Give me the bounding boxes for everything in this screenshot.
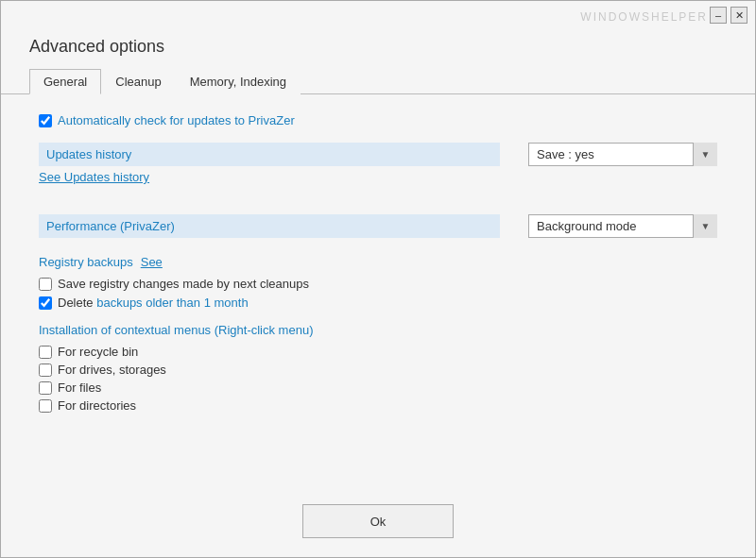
install-recycle-row: For recycle bin [39,345,717,359]
performance-label: Performance (PrivaZer) [39,214,500,238]
registry-save-checkbox[interactable] [39,278,52,291]
updates-history-dropdown[interactable]: Save : yes Save : no [528,143,717,166]
registry-title: Registry backups [39,255,133,269]
auto-check-row: Automatically check for updates to Priva… [39,113,717,127]
content-area: Automatically check for updates to Priva… [1,94,755,491]
ok-button[interactable]: Ok [302,504,454,538]
tab-cleanup[interactable]: Cleanup [101,69,175,94]
registry-see-link[interactable]: See [141,255,163,269]
performance-dropdown-wrapper: Background mode Normal mode High perform… [528,214,717,238]
registry-delete-row: Delete backups older than 1 month [39,296,717,310]
install-directories-label: For directories [58,398,136,413]
minimize-button[interactable]: – [710,7,727,24]
tab-memory-indexing[interactable]: Memory, Indexing [176,69,301,94]
title-bar-buttons: – ✕ [710,7,747,24]
install-recycle-checkbox[interactable] [39,346,52,359]
installation-title: Installation of contextual menus (Right-… [39,323,717,337]
footer: Ok [1,491,755,557]
install-files-row: For files [39,380,717,395]
tab-general[interactable]: General [29,69,101,94]
install-files-checkbox[interactable] [39,381,52,395]
registry-header: Registry backups See [39,255,717,269]
registry-backups-section: Registry backups See Save registry chang… [39,255,717,310]
install-drives-row: For drives, storages [39,363,717,377]
install-files-label: For files [58,380,101,395]
see-updates-link[interactable]: See Updates history [39,170,149,184]
registry-delete-label: Delete backups older than 1 month [58,296,249,310]
installation-section: Installation of contextual menus (Right-… [39,323,717,413]
performance-row: Performance (PrivaZer) Background mode N… [39,214,717,238]
registry-delete-checkbox[interactable] [39,296,52,310]
updates-history-dropdown-wrapper: Save : yes Save : no ▼ [528,143,717,166]
tab-bar: General Cleanup Memory, Indexing [1,68,755,94]
install-drives-checkbox[interactable] [39,364,52,377]
registry-delete-highlight: backups older than 1 month [96,296,248,310]
updates-history-label: Updates history [39,143,500,166]
updates-history-row: Updates history Save : yes Save : no ▼ [39,143,717,166]
registry-save-label: Save registry changes made by next clean… [58,277,309,291]
window-title: Advanced options [29,37,164,56]
title-bar: – ✕ [1,1,755,29]
auto-check-label: Automatically check for updates to Priva… [58,113,295,127]
install-directories-checkbox[interactable] [39,399,52,413]
install-drives-label: For drives, storages [58,363,166,377]
close-button[interactable]: ✕ [730,7,747,24]
window-title-area: Advanced options [1,29,755,60]
install-directories-row: For directories [39,398,717,413]
auto-check-checkbox[interactable] [39,114,52,127]
performance-dropdown[interactable]: Background mode Normal mode High perform… [528,214,717,238]
registry-save-row: Save registry changes made by next clean… [39,277,717,291]
main-window: WINDOWSHELPER – ✕ Advanced options Gener… [0,0,756,558]
install-recycle-label: For recycle bin [58,345,138,359]
